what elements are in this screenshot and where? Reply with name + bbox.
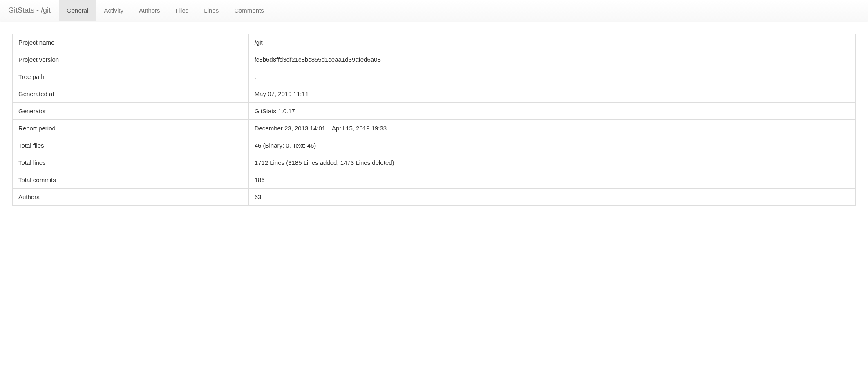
- row-val-project-name: /git: [248, 34, 855, 51]
- table-row: Report period December 23, 2013 14:01 ..…: [13, 120, 856, 137]
- table-row: Authors 63: [13, 189, 856, 206]
- table-row: Total lines 1712 Lines (3185 Lines added…: [13, 154, 856, 171]
- table-row: Total files 46 (Binary: 0, Text: 46): [13, 137, 856, 154]
- row-key-total-lines: Total lines: [13, 154, 249, 171]
- row-val-total-files: 46 (Binary: 0, Text: 46): [248, 137, 855, 154]
- table-row: Tree path .: [13, 68, 856, 85]
- tab-lines[interactable]: Lines: [196, 0, 226, 21]
- row-val-total-commits: 186: [248, 171, 855, 189]
- nav-tabs: General Activity Authors Files Lines Com…: [59, 0, 272, 21]
- tab-files[interactable]: Files: [168, 0, 197, 21]
- table-row: Generator GitStats 1.0.17: [13, 103, 856, 120]
- table-row: Project version fc8b6d8ffd3df21c8bc855d1…: [13, 51, 856, 68]
- row-key-report-period: Report period: [13, 120, 249, 137]
- table-row: Total commits 186: [13, 171, 856, 189]
- row-val-project-version: fc8b6d8ffd3df21c8bc855d1ceaa1d39afed6a08: [248, 51, 855, 68]
- table-row: Generated at May 07, 2019 11:11: [13, 85, 856, 103]
- navbar-brand[interactable]: GitStats - /git: [0, 0, 59, 21]
- row-val-report-period: December 23, 2013 14:01 .. April 15, 201…: [248, 120, 855, 137]
- row-key-authors: Authors: [13, 189, 249, 206]
- general-info-table: Project name /git Project version fc8b6d…: [12, 34, 856, 206]
- row-val-tree-path: .: [248, 68, 855, 85]
- row-key-total-files: Total files: [13, 137, 249, 154]
- table-row: Project name /git: [13, 34, 856, 51]
- row-key-project-version: Project version: [13, 51, 249, 68]
- row-val-generator: GitStats 1.0.17: [248, 103, 855, 120]
- tab-general[interactable]: General: [59, 0, 96, 21]
- main-content: Project name /git Project version fc8b6d…: [0, 21, 868, 218]
- row-key-generator: Generator: [13, 103, 249, 120]
- row-val-total-lines: 1712 Lines (3185 Lines added, 1473 Lines…: [248, 154, 855, 171]
- navbar: GitStats - /git General Activity Authors…: [0, 0, 868, 21]
- tab-authors[interactable]: Authors: [131, 0, 168, 21]
- tab-comments[interactable]: Comments: [226, 0, 272, 21]
- row-key-project-name: Project name: [13, 34, 249, 51]
- tab-activity[interactable]: Activity: [96, 0, 131, 21]
- row-key-tree-path: Tree path: [13, 68, 249, 85]
- row-val-authors: 63: [248, 189, 855, 206]
- row-val-generated-at: May 07, 2019 11:11: [248, 85, 855, 103]
- row-key-generated-at: Generated at: [13, 85, 249, 103]
- row-key-total-commits: Total commits: [13, 171, 249, 189]
